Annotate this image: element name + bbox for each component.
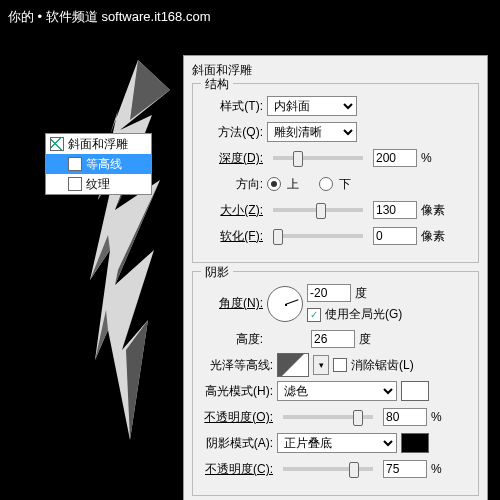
angle-widget[interactable]: [267, 286, 303, 322]
highlight-opacity-unit: %: [431, 410, 442, 424]
layer-style-dialog: 斜面和浮雕 结构 样式(T): 内斜面 方法(Q): 雕刻清晰 深度(D): %…: [183, 55, 488, 500]
group-shading-title: 阴影: [201, 264, 233, 281]
depth-slider[interactable]: [273, 156, 363, 160]
altitude-unit: 度: [359, 331, 371, 348]
group-structure-title: 结构: [201, 76, 233, 93]
effect-texture[interactable]: 纹理: [46, 174, 151, 194]
highlight-opacity-label: 不透明度(O):: [201, 409, 273, 426]
angle-label: 角度(N):: [201, 295, 263, 312]
direction-up-radio[interactable]: [267, 177, 281, 191]
style-label: 样式(T):: [201, 98, 263, 115]
label: 斜面和浮雕: [68, 136, 128, 153]
size-label: 大小(Z):: [201, 202, 263, 219]
angle-input[interactable]: [307, 284, 351, 302]
shadow-mode-select[interactable]: 正片叠底: [277, 433, 397, 453]
dialog-title: 斜面和浮雕: [192, 62, 479, 79]
soften-slider[interactable]: [273, 234, 363, 238]
direction-label: 方向:: [201, 176, 263, 193]
watermark-text: 你的 • 软件频道 software.it168.com: [8, 8, 211, 26]
gloss-label: 光泽等高线:: [201, 357, 273, 374]
direction-down-label: 下: [339, 176, 351, 193]
shadow-opacity-input[interactable]: [383, 460, 427, 478]
technique-label: 方法(Q):: [201, 124, 263, 141]
group-structure: 结构 样式(T): 内斜面 方法(Q): 雕刻清晰 深度(D): % 方向: 上…: [192, 83, 479, 263]
direction-down-radio[interactable]: [319, 177, 333, 191]
gloss-contour-dropdown[interactable]: ▾: [313, 355, 329, 375]
highlight-opacity-slider[interactable]: [283, 415, 373, 419]
group-shading: 阴影 角度(N): 度 使用全局光(G) 高度: 度 光泽等高线:: [192, 271, 479, 496]
depth-unit: %: [421, 151, 432, 165]
direction-up-label: 上: [287, 176, 299, 193]
altitude-label: 高度:: [201, 331, 263, 348]
soften-input[interactable]: [373, 227, 417, 245]
size-slider[interactable]: [273, 208, 363, 212]
depth-label: 深度(D):: [201, 150, 263, 167]
highlight-color-swatch[interactable]: [401, 381, 429, 401]
highlight-mode-select[interactable]: 滤色: [277, 381, 397, 401]
shadow-opacity-label: 不透明度(C):: [201, 461, 273, 478]
shadow-opacity-unit: %: [431, 462, 442, 476]
depth-input[interactable]: [373, 149, 417, 167]
effect-contour[interactable]: 等高线: [46, 154, 151, 174]
shadow-mode-label: 阴影模式(A):: [201, 435, 273, 452]
highlight-opacity-input[interactable]: [383, 408, 427, 426]
antialias-label: 消除锯齿(L): [351, 357, 414, 374]
size-unit: 像素: [421, 202, 445, 219]
technique-select[interactable]: 雕刻清晰: [267, 122, 357, 142]
highlight-mode-label: 高光模式(H):: [201, 383, 273, 400]
effect-bevel-emboss[interactable]: 斜面和浮雕: [46, 134, 151, 154]
label: 等高线: [86, 156, 122, 173]
shadow-color-swatch[interactable]: [401, 433, 429, 453]
soften-label: 软化(F):: [201, 228, 263, 245]
soften-unit: 像素: [421, 228, 445, 245]
gloss-contour-swatch[interactable]: [277, 353, 309, 377]
artwork-preview: [60, 50, 200, 450]
global-light-checkbox[interactable]: [307, 308, 321, 322]
size-input[interactable]: [373, 201, 417, 219]
effects-layer-list: 斜面和浮雕 等高线 纹理: [45, 133, 152, 195]
label: 纹理: [86, 176, 110, 193]
shadow-opacity-slider[interactable]: [283, 467, 373, 471]
angle-unit: 度: [355, 285, 367, 302]
style-select[interactable]: 内斜面: [267, 96, 357, 116]
svg-marker-5: [126, 320, 148, 440]
global-light-label: 使用全局光(G): [325, 306, 402, 323]
antialias-checkbox[interactable]: [333, 358, 347, 372]
altitude-input[interactable]: [311, 330, 355, 348]
